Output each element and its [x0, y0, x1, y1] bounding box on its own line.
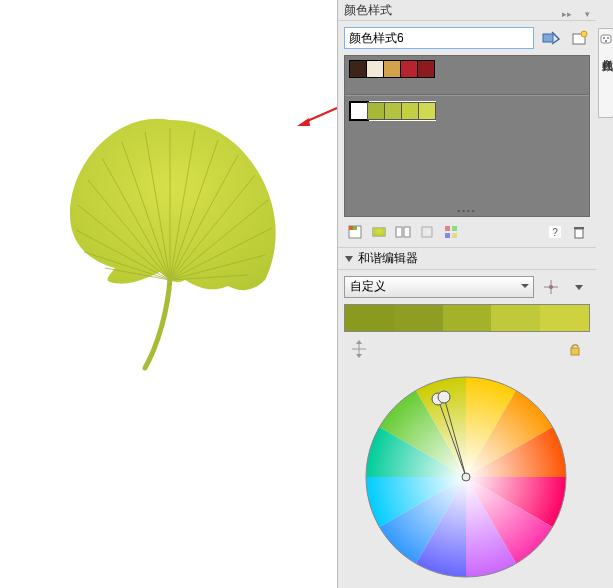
svg-marker-28	[356, 340, 362, 344]
svg-rect-6	[349, 226, 353, 230]
swatch-group-1	[349, 60, 434, 78]
harmony-title: 和谐编辑器	[358, 250, 418, 267]
ginkgo-leaf-artwork[interactable]	[0, 0, 337, 400]
swatch-item[interactable]	[401, 102, 419, 120]
svg-marker-25	[575, 285, 583, 290]
harmony-options-button[interactable]	[568, 276, 590, 298]
panel-expand-icon[interactable]: ▸▸	[562, 4, 572, 24]
svg-rect-7	[353, 226, 357, 230]
edit-button[interactable]	[392, 221, 414, 243]
svg-marker-21	[345, 256, 353, 262]
harmony-color[interactable]	[443, 305, 492, 331]
swatch-item[interactable]	[366, 60, 384, 78]
swatch-item[interactable]	[418, 102, 436, 120]
harmony-color-strip[interactable]	[344, 304, 590, 332]
new-style-button[interactable]	[568, 27, 590, 49]
svg-point-40	[607, 37, 609, 39]
new-gradient-button[interactable]	[368, 221, 390, 243]
swatch-list[interactable]: ••••	[344, 55, 590, 217]
harmony-type-select[interactable]: 自定义	[344, 276, 534, 298]
svg-rect-20	[574, 227, 584, 229]
lock-button[interactable]	[564, 338, 586, 360]
swatch-item[interactable]	[384, 102, 402, 120]
svg-rect-9	[373, 228, 385, 236]
panel-menu-icon[interactable]: ▾	[585, 4, 590, 24]
swatch-item[interactable]	[367, 102, 385, 120]
harmony-section-header[interactable]: 和谐编辑器	[338, 247, 596, 270]
apply-style-button[interactable]	[540, 27, 562, 49]
merge-button[interactable]	[416, 221, 438, 243]
svg-point-36	[438, 391, 450, 403]
move-handle-button[interactable]	[348, 338, 370, 360]
style-name-input[interactable]	[344, 27, 534, 49]
harmony-controls-row	[338, 332, 596, 366]
svg-rect-14	[452, 226, 457, 231]
svg-point-39	[603, 37, 605, 39]
annotation-arrow	[295, 104, 339, 128]
svg-marker-29	[356, 354, 362, 358]
harmony-color[interactable]	[394, 305, 443, 331]
harmony-type-row: 自定义	[338, 270, 596, 304]
swatch-group-2	[349, 101, 436, 121]
style-name-row	[338, 21, 596, 55]
hint-button[interactable]: ?	[544, 221, 566, 243]
svg-rect-10	[396, 227, 402, 237]
harmony-color[interactable]	[540, 305, 589, 331]
panel-header: 颜色样式 ▸▸ ▾	[338, 0, 596, 21]
docker-tab[interactable]: 颜色样式	[598, 28, 613, 118]
swatch-item[interactable]	[383, 60, 401, 78]
swatch-divider	[345, 94, 589, 96]
panel-title: 颜色样式	[344, 3, 392, 17]
svg-point-41	[605, 40, 607, 42]
svg-rect-15	[445, 233, 450, 238]
delete-button[interactable]	[568, 221, 590, 243]
svg-rect-30	[571, 348, 579, 355]
svg-point-37	[462, 473, 470, 481]
swatch-item[interactable]	[417, 60, 435, 78]
svg-line-0	[305, 108, 337, 122]
chevron-down-icon	[344, 254, 354, 264]
svg-marker-1	[297, 118, 310, 126]
swatch-toolbar: ?	[338, 217, 596, 247]
svg-text:?: ?	[552, 227, 558, 238]
svg-rect-2	[543, 34, 553, 42]
color-styles-panel: 颜色样式 ▸▸ ▾ ••••	[337, 0, 597, 588]
harmony-color[interactable]	[491, 305, 540, 331]
swatch-item[interactable]	[400, 60, 418, 78]
color-wheel-container	[338, 366, 596, 588]
harmony-rule-button[interactable]	[540, 276, 562, 298]
docker-tab-strip: 颜色样式	[596, 0, 613, 588]
svg-rect-19	[575, 229, 583, 238]
swatch-item[interactable]	[349, 60, 367, 78]
swatch-item-selected[interactable]	[350, 102, 368, 120]
harmony-color[interactable]	[345, 305, 394, 331]
svg-point-4	[581, 31, 587, 37]
canvas-viewport[interactable]	[0, 0, 337, 588]
new-color-style-button[interactable]	[344, 221, 366, 243]
svg-rect-16	[452, 233, 457, 238]
svg-rect-13	[445, 226, 450, 231]
sort-button[interactable]	[440, 221, 462, 243]
palette-icon	[600, 32, 612, 46]
color-wheel[interactable]	[344, 370, 588, 584]
svg-rect-11	[404, 227, 410, 237]
svg-rect-12	[422, 227, 432, 237]
resize-grip[interactable]: ••••	[457, 206, 476, 215]
